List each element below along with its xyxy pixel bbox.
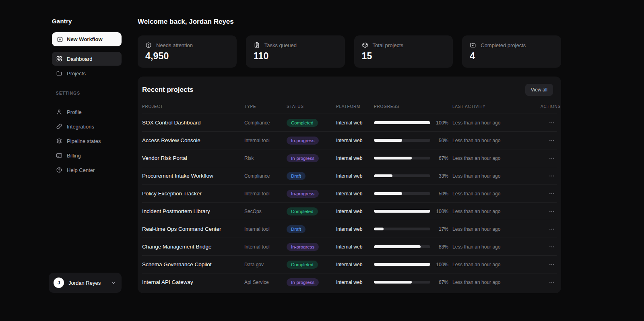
stat-value: 4 [470,51,553,62]
row-actions-button[interactable] [549,261,555,268]
project-name: Access Review Console [142,137,244,143]
sidebar-nav-item[interactable]: Dashboard [52,52,122,66]
row-actions-button[interactable] [549,120,555,126]
ellipsis-icon [549,155,555,162]
progress-fill [374,121,430,124]
progress-percent: 100% [434,120,448,126]
project-platform: Internal web [336,209,374,214]
status-badge: In-progress [287,243,319,251]
sidebar-nav: Dashboard Projects [52,52,122,80]
col-last-activity: LAST ACTIVITY [452,104,541,109]
table-header: PROJECT TYPE STATUS PLATFORM PROGRESS LA… [142,96,557,114]
progress-fill [374,263,430,266]
sidebar-settings-item[interactable]: Integrations [52,120,122,133]
new-workflow-button[interactable]: New Workflow [52,32,122,46]
table-row[interactable]: Real-time Ops Command Center Internal to… [142,220,557,238]
ellipsis-icon [549,244,555,250]
row-actions-button[interactable] [549,191,555,197]
col-status: STATUS [287,104,336,109]
project-name: Change Management Bridge [142,244,244,250]
sidebar-settings-item[interactable]: Profile [52,105,122,119]
table-row[interactable]: Vendor Risk Portal Risk In-progress Inte… [142,149,557,167]
progress-track [374,228,430,230]
progress-cell: 50% [374,138,452,143]
project-platform: Internal web [336,191,374,197]
project-type: Compliance [244,120,287,126]
table-row[interactable]: Access Review Console Internal tool In-p… [142,131,557,149]
sidebar-settings-item[interactable]: Pipeline states [52,134,122,148]
row-actions-button[interactable] [549,226,555,232]
user-menu[interactable]: J Jordan Reyes [49,273,122,293]
progress-cell: 100% [374,262,452,267]
progress-percent: 100% [434,209,448,214]
table-row[interactable]: SOX Control Dashboard Compliance Complet… [142,114,557,131]
progress-cell: 67% [374,280,452,285]
view-all-button[interactable]: View all [525,84,553,96]
row-actions-button[interactable] [549,173,555,179]
progress-percent: 100% [434,262,448,267]
last-activity: Less than an hour ago [452,191,541,197]
settings-item-label: Billing [67,153,81,159]
progress-fill [374,157,412,159]
sidebar-nav-item[interactable]: Projects [52,66,122,80]
stat-label: Completed projects [481,42,526,48]
stat-card: Completed projects 4 [462,35,561,68]
status-badge: Draft [287,225,305,233]
row-actions-button[interactable] [549,137,555,144]
table-row[interactable]: Change Management Bridge Internal tool I… [142,238,557,255]
col-progress: PROGRESS [374,104,452,109]
table-row[interactable]: Internal API Gateway Api Service In-prog… [142,273,557,291]
col-actions: ACTIONS [541,104,557,109]
progress-percent: 17% [434,226,448,232]
progress-percent: 67% [434,155,448,161]
table-row[interactable]: Policy Exception Tracker Internal tool I… [142,184,557,202]
link-icon [56,123,62,130]
progress-cell: 67% [374,155,452,161]
project-type: Internal tool [244,191,287,197]
settings-item-label: Integrations [67,124,94,130]
nav-item-label: Projects [67,70,86,77]
last-activity: Less than an hour ago [452,155,541,161]
sidebar-settings-item[interactable]: Billing [52,149,122,162]
user-icon [56,109,62,115]
project-type: Api Service [244,280,287,285]
progress-cell: 100% [374,209,452,214]
last-activity: Less than an hour ago [452,280,541,285]
project-name: Schema Governance Copilot [142,261,244,267]
table-row[interactable]: Schema Governance Copilot Data gov Compl… [142,255,557,273]
ellipsis-icon [549,173,555,179]
progress-cell: 33% [374,173,452,179]
table-row[interactable]: Procurement Intake Workflow Compliance D… [142,167,557,184]
progress-track [374,121,430,124]
row-actions-button[interactable] [549,279,555,286]
recent-projects-panel: Recent projects View all PROJECT TYPE ST… [138,77,561,293]
progress-cell: 17% [374,226,452,232]
progress-fill [374,245,421,248]
status-badge: Completed [287,261,318,269]
status-badge: In-progress [287,137,319,145]
row-actions-button[interactable] [549,244,555,250]
progress-track [374,210,430,213]
app-logo: Gantry [52,18,122,25]
progress-percent: 67% [434,280,448,285]
progress-percent: 50% [434,191,448,197]
project-name: Real-time Ops Command Center [142,226,244,232]
plus-square-icon [57,36,63,43]
project-type: SecOps [244,209,287,214]
project-type: Data gov [244,262,287,267]
progress-track [374,245,430,248]
row-actions-button[interactable] [549,155,555,162]
panel-title: Recent projects [142,86,194,94]
project-platform: Internal web [336,280,374,285]
stat-value: 110 [254,51,337,62]
table-row[interactable]: Incident Postmortem Library SecOps Compl… [142,202,557,220]
status-badge: In-progress [287,154,319,162]
stat-label: Total projects [373,42,404,48]
last-activity: Less than an hour ago [452,138,541,143]
stat-card: Tasks queued 110 [246,35,345,68]
progress-percent: 83% [434,244,448,250]
project-type: Internal tool [244,138,287,143]
sidebar-settings-item[interactable]: Help Center [52,163,122,177]
row-actions-button[interactable] [549,208,555,215]
project-platform: Internal web [336,138,374,143]
